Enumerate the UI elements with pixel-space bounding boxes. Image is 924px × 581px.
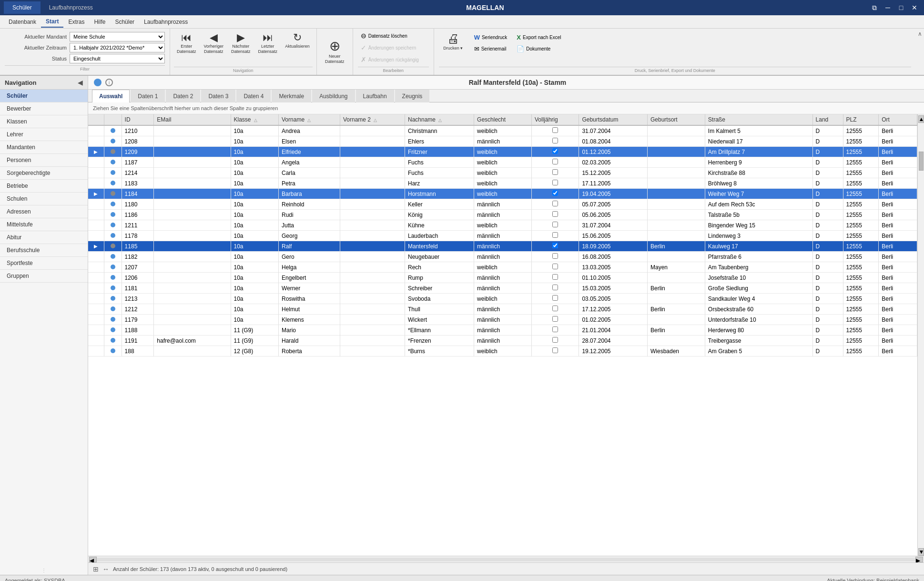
sidebar-item-schulen[interactable]: Schulen bbox=[0, 193, 88, 205]
table-row[interactable]: 120810aElsenEhlersmännlich01.08.2004Nied… bbox=[88, 136, 917, 147]
volljaehrig-checkbox[interactable] bbox=[552, 253, 558, 259]
table-row[interactable]: 18812 (G8)Roberta*Burnsweiblich19.12.200… bbox=[88, 346, 917, 357]
volljaehrig-checkbox[interactable] bbox=[552, 190, 558, 196]
last-record-btn[interactable]: ⏭ LetzterDatensatz bbox=[255, 31, 281, 56]
scrollbar-h[interactable]: ◀ ▶ bbox=[88, 556, 924, 562]
scroll-right-btn[interactable]: ▶ bbox=[915, 557, 923, 562]
menu-start[interactable]: Start bbox=[41, 16, 63, 28]
volljaehrig-checkbox[interactable] bbox=[552, 285, 558, 290]
print-btn[interactable]: 🖨 Drucken ▾ bbox=[439, 31, 467, 53]
table-row[interactable]: 121410aCarlaFuchsweiblich15.12.2005Kirch… bbox=[88, 168, 917, 178]
next-record-btn[interactable]: ▶ NächsterDatensatz bbox=[228, 31, 254, 56]
sidebar-item-bewerber[interactable]: Bewerber bbox=[0, 102, 88, 115]
col-ort[interactable]: Ort bbox=[879, 114, 917, 125]
col-strasse[interactable]: Straße bbox=[705, 114, 812, 125]
tab-daten2[interactable]: Daten 2 bbox=[166, 90, 200, 102]
new-record-btn[interactable]: ⊕ NeuerDatensatz bbox=[322, 38, 348, 66]
prev-record-btn[interactable]: ◀ VorherigerDatensatz bbox=[201, 31, 227, 56]
col-id[interactable]: ID bbox=[122, 114, 154, 125]
volljaehrig-checkbox[interactable] bbox=[552, 211, 558, 217]
menu-datenbank[interactable]: Datenbank bbox=[4, 17, 41, 27]
volljaehrig-checkbox[interactable] bbox=[552, 148, 558, 154]
scroll-up-btn[interactable]: ▲ bbox=[918, 115, 924, 123]
table-row[interactable]: 118610aRudiKönigmännlich05.06.2005Talstr… bbox=[88, 210, 917, 220]
table-row[interactable]: 117910aKlemensWickertmännlich01.02.2005U… bbox=[88, 315, 917, 325]
tab-zeugnis[interactable]: Zeugnis bbox=[395, 90, 430, 102]
table-row[interactable]: ▶118510aRalfMantersfeldmännlich18.09.200… bbox=[88, 241, 917, 252]
table-row[interactable]: ▶118410aBarbaraHorstmannweiblich19.04.20… bbox=[88, 189, 917, 199]
volljaehrig-checkbox[interactable] bbox=[552, 316, 558, 322]
table-row[interactable]: 118811 (G9)Mario*Ellmannmännlich21.01.20… bbox=[88, 325, 917, 336]
volljaehrig-checkbox[interactable] bbox=[552, 180, 558, 185]
table-row[interactable]: 118710aAngelaFuchsweiblich02.03.2005Herr… bbox=[88, 157, 917, 168]
save-changes-btn[interactable]: ✓ Änderungen speichern bbox=[358, 42, 429, 53]
table-row[interactable]: 121010aAndreaChristmannweiblich31.07.200… bbox=[88, 125, 917, 136]
volljaehrig-checkbox[interactable] bbox=[552, 295, 558, 301]
status-select[interactable]: Eingeschult bbox=[70, 54, 165, 63]
volljaehrig-checkbox[interactable] bbox=[552, 169, 558, 175]
volljaehrig-checkbox[interactable] bbox=[552, 274, 558, 280]
sidebar-item-personen[interactable]: Personen bbox=[0, 154, 88, 167]
volljaehrig-checkbox[interactable] bbox=[552, 232, 558, 238]
sidebar-item-berufsschule[interactable]: Berufsschule bbox=[0, 244, 88, 257]
table-row[interactable]: ▶120910aElfriedeFritznerweiblich01.12.20… bbox=[88, 147, 917, 157]
serienemail-btn[interactable]: ✉ Serienemail bbox=[471, 44, 510, 54]
table-scroll-area[interactable]: ID EMail Klasse △ Vorname △ Vorname 2 △ … bbox=[88, 114, 917, 556]
sidebar-item-lehrer[interactable]: Lehrer bbox=[0, 128, 88, 141]
table-row[interactable]: 118310aPetraHarzweiblich17.11.2005Bröhlw… bbox=[88, 178, 917, 189]
scroll-down-btn[interactable]: ▼ bbox=[918, 548, 924, 556]
sidebar-item-betriebe[interactable]: Betriebe bbox=[0, 180, 88, 193]
sidebar-item-mandanten[interactable]: Mandanten bbox=[0, 141, 88, 154]
sidebar-item-sportfeste[interactable]: Sportfeste bbox=[0, 257, 88, 270]
first-record-btn[interactable]: ⏮ ErsterDatensatz bbox=[174, 31, 199, 56]
tab-daten4[interactable]: Daten 4 bbox=[236, 90, 271, 102]
sidebar-item-adressen[interactable]: Adressen bbox=[0, 205, 88, 218]
tab-merkmale[interactable]: Merkmale bbox=[272, 90, 311, 102]
sidebar-item-mittelstufe[interactable]: Mittelstufe bbox=[0, 218, 88, 231]
table-row[interactable]: 1191hafre@aol.com11 (G9)Harald*Frenzenmä… bbox=[88, 336, 917, 346]
sidebar-item-klassen[interactable]: Klassen bbox=[0, 115, 88, 128]
volljaehrig-checkbox[interactable] bbox=[552, 159, 558, 164]
volljaehrig-checkbox[interactable] bbox=[552, 201, 558, 206]
table-row[interactable]: 118010aReinholdKellermännlich05.07.2005A… bbox=[88, 199, 917, 210]
sidebar-item-schueler[interactable]: Schüler bbox=[0, 90, 88, 102]
volljaehrig-checkbox[interactable] bbox=[552, 347, 558, 353]
volljaehrig-checkbox[interactable] bbox=[552, 264, 558, 269]
table-row[interactable]: 118210aGeroNeugebauermännlich16.08.2005P… bbox=[88, 252, 917, 262]
tab-daten1[interactable]: Daten 1 bbox=[131, 90, 165, 102]
menu-schueler[interactable]: Schüler bbox=[110, 17, 139, 27]
delete-record-btn[interactable]: ⊖ Datensatz löschen bbox=[358, 31, 429, 41]
menu-hilfe[interactable]: Hilfe bbox=[89, 17, 110, 27]
table-wrapper[interactable]: ▲ ▼ ID EMail Klasse △ V bbox=[88, 114, 924, 556]
window-minimize-btn[interactable]: ─ bbox=[882, 3, 894, 12]
volljaehrig-checkbox[interactable] bbox=[552, 306, 558, 311]
title-tab-laufbahn[interactable]: Laufbahnprozess bbox=[41, 1, 102, 14]
info-icon[interactable]: i bbox=[105, 79, 113, 86]
table-row[interactable]: 120610aEngelbertRumpmännlich01.10.2005Jo… bbox=[88, 273, 917, 283]
mandant-select[interactable]: Meine Schule bbox=[70, 32, 165, 41]
volljaehrig-checkbox[interactable] bbox=[552, 243, 558, 248]
col-vorname2[interactable]: Vorname 2 △ bbox=[340, 114, 405, 125]
undo-changes-btn[interactable]: ✗ Änderungen rückgängig bbox=[358, 54, 429, 65]
scroll-left-btn[interactable]: ◀ bbox=[89, 557, 97, 562]
sidebar-item-abitur[interactable]: Abitur bbox=[0, 231, 88, 244]
table-row[interactable]: 121310aRoswithaSvobodaweiblich03.05.2005… bbox=[88, 294, 917, 304]
ribbon-collapse-btn[interactable]: ∧ bbox=[918, 31, 922, 37]
tab-auswahl[interactable]: Auswahl bbox=[92, 90, 130, 102]
col-geschlecht[interactable]: Geschlecht bbox=[474, 114, 532, 125]
sidebar-item-gruppen[interactable]: Gruppen bbox=[0, 270, 88, 283]
refresh-btn[interactable]: ↻ Aktualisieren bbox=[282, 31, 313, 51]
dokumente-btn[interactable]: 📄 Dokumente bbox=[514, 44, 564, 54]
table-row[interactable]: 117810aGeorgLauderbachmännlich15.06.2005… bbox=[88, 231, 917, 241]
col-plz[interactable]: PLZ bbox=[843, 114, 879, 125]
table-row[interactable]: 121210aHelmutThullmännlich17.12.2005Berl… bbox=[88, 304, 917, 315]
sidebar-item-sorgeberechtigte[interactable]: Sorgeberechtigte bbox=[0, 167, 88, 180]
menu-extras[interactable]: Extras bbox=[63, 17, 89, 27]
volljaehrig-checkbox[interactable] bbox=[552, 326, 558, 332]
export-excel-btn[interactable]: X Export nach Excel bbox=[514, 32, 564, 42]
window-close-btn[interactable]: ✕ bbox=[909, 3, 920, 12]
sidebar-collapse-btn[interactable]: ◀ bbox=[78, 79, 83, 86]
volljaehrig-checkbox[interactable] bbox=[552, 127, 558, 133]
col-nachname[interactable]: Nachname △ bbox=[405, 114, 474, 125]
table-row[interactable]: 121110aJuttaKühneweiblich31.07.2004Binge… bbox=[88, 220, 917, 231]
